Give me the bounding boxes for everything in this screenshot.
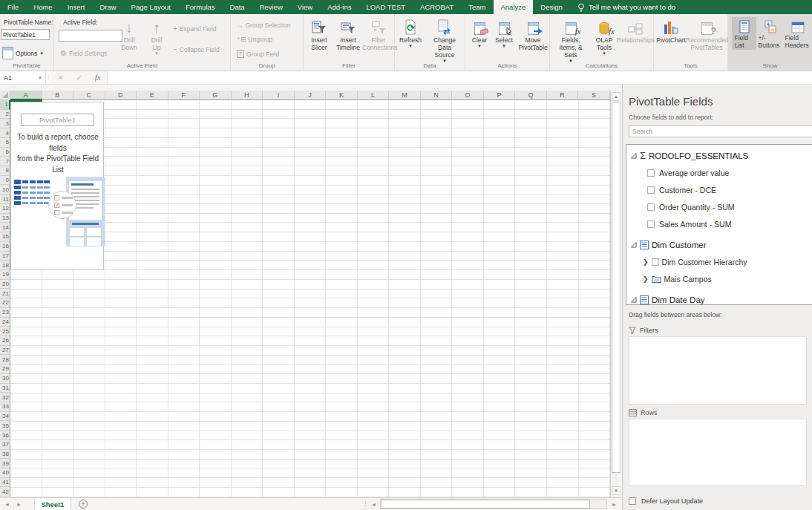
expand-chevron-icon[interactable]: ❯ [643, 275, 649, 283]
row-header-14[interactable]: 14 [0, 223, 10, 232]
scroll-up-icon[interactable]: ▲ [612, 92, 621, 101]
row-header-22[interactable]: 22 [0, 298, 10, 308]
formula-input[interactable] [108, 71, 812, 84]
row-header-9[interactable]: 9 [0, 176, 10, 186]
sheet-nav-left-icon[interactable]: ◄ [4, 498, 10, 510]
group-selection-button[interactable]: → Group Selection [237, 22, 290, 29]
row-header-1[interactable]: 1 [0, 100, 10, 110]
relationships-button[interactable]: Relationships [618, 19, 652, 44]
filter-connections-button[interactable]: Filter Connections [363, 19, 394, 51]
field-checkbox[interactable] [647, 169, 655, 177]
row-header-24[interactable]: 24 [0, 318, 10, 327]
menu-tab-home[interactable]: Home [26, 0, 59, 14]
row-header-40[interactable]: 40 [0, 468, 10, 478]
select-all-corner[interactable] [0, 91, 10, 100]
field-tree-item-dim-customer[interactable]: Dim Customer [626, 236, 812, 253]
row-header-37[interactable]: 37 [0, 440, 10, 450]
insert-function-icon[interactable]: fx [95, 73, 101, 82]
column-header-i[interactable]: I [263, 91, 295, 100]
select-button[interactable]: Select ▼ [493, 19, 515, 48]
row-header-30[interactable]: 30 [0, 374, 10, 384]
row-header-12[interactable]: 12 [0, 204, 10, 214]
column-header-h[interactable]: H [232, 91, 263, 100]
clear-button[interactable]: Clear ▼ [468, 19, 491, 48]
field-tree-item-mais-campos[interactable]: ❯Mais Campos [626, 270, 812, 287]
column-header-q[interactable]: Q [515, 91, 547, 100]
insert-slicer-button[interactable]: Insert Slicer [307, 19, 332, 51]
field-tree-item-rodolfo-essentials[interactable]: ΣRODOLFO_ESSENTIALS [626, 147, 812, 164]
row-header-11[interactable]: 11 [0, 194, 10, 204]
menu-tab-insert[interactable]: Insert [60, 0, 93, 14]
field-checkbox[interactable] [647, 203, 655, 211]
column-header-a[interactable]: A [10, 91, 42, 100]
vertical-scrollbar[interactable]: ▲ ▼ [610, 91, 621, 497]
row-header-15[interactable]: 15 [0, 232, 10, 242]
row-header-16[interactable]: 16 [0, 242, 10, 252]
defer-layout-checkbox[interactable] [629, 497, 636, 505]
field-checkbox[interactable] [652, 258, 659, 266]
field-tree-item-dim-date-day[interactable]: Dim Date Day [626, 291, 812, 305]
row-header-36[interactable]: 36 [0, 431, 10, 440]
field-tree-item-customer-dce[interactable]: Customer - DCE [626, 181, 812, 198]
row-header-28[interactable]: 28 [0, 355, 10, 364]
field-tree-item-sales-amount-sum[interactable]: Sales Amount - SUM [626, 215, 812, 232]
row-header-6[interactable]: 6 [0, 148, 10, 157]
fields-items-sets-button[interactable]: fx Fields, Items, & Sets ▼ [553, 19, 589, 63]
recommended-pivottables-button[interactable]: ? Recommended PivotTables [687, 19, 727, 51]
row-header-25[interactable]: 25 [0, 327, 10, 336]
row-header-29[interactable]: 29 [0, 364, 10, 374]
row-header-19[interactable]: 19 [0, 270, 10, 280]
column-header-s[interactable]: S [578, 91, 610, 100]
field-checkbox[interactable] [647, 220, 655, 228]
menu-tab-team[interactable]: Team [461, 0, 493, 14]
tell-me-box[interactable]: Tell me what you want to do [570, 0, 675, 14]
row-header-26[interactable]: 26 [0, 336, 10, 346]
horizontal-scrollbar[interactable] [380, 499, 607, 509]
expand-chevron-icon[interactable]: ❯ [643, 258, 649, 266]
column-header-r[interactable]: R [547, 91, 579, 100]
row-header-38[interactable]: 38 [0, 450, 10, 460]
row-header-41[interactable]: 41 [0, 478, 10, 488]
menu-tab-analyze[interactable]: Analyze [494, 0, 534, 14]
row-header-8[interactable]: 8 [0, 166, 10, 176]
menu-tab-data[interactable]: Data [223, 0, 252, 14]
menu-tab-acrobat[interactable]: ACROBAT [413, 0, 461, 14]
column-header-f[interactable]: F [168, 91, 200, 100]
column-header-g[interactable]: G [200, 91, 232, 100]
field-tree-item-order-quantity-sum[interactable]: Order Quantity - SUM [626, 198, 812, 215]
add-sheet-icon[interactable]: + [79, 500, 88, 509]
column-header-e[interactable]: E [137, 91, 168, 100]
row-header-17[interactable]: 17 [0, 252, 10, 261]
column-header-d[interactable]: D [105, 91, 137, 100]
row-header-21[interactable]: 21 [0, 289, 10, 298]
column-header-n[interactable]: N [421, 91, 453, 100]
drill-up-button[interactable]: ↑ Drill Up ▼ [145, 19, 168, 56]
change-data-source-button[interactable]: ⇄ Change Data Source ▼ [426, 19, 463, 63]
vertical-scroll-thumb[interactable] [612, 102, 621, 473]
drill-down-button[interactable]: ↓ Drill Down [117, 19, 141, 51]
collapse-field-button[interactable]: − Collapse Field [173, 45, 220, 53]
ungroup-button[interactable]: ⁺⊞ Ungroup [237, 36, 272, 43]
row-header-5[interactable]: 5 [0, 138, 10, 148]
hscroll-right-icon[interactable]: ► [612, 498, 617, 510]
row-header-34[interactable]: 34 [0, 412, 10, 422]
hscroll-left-icon[interactable]: ◄ [371, 498, 376, 510]
plus-minus-buttons-button[interactable]: +− +/- Buttons [758, 17, 782, 50]
group-field-button[interactable]: 7 Group Field [237, 50, 279, 58]
cancel-icon[interactable]: ✕ [58, 73, 64, 82]
menu-tab-view[interactable]: View [290, 0, 320, 14]
column-header-o[interactable]: O [452, 91, 484, 100]
row-header-35[interactable]: 35 [0, 421, 10, 431]
menu-tab-page-layout[interactable]: Page Layout [124, 0, 178, 14]
column-header-k[interactable]: K [326, 91, 358, 100]
row-header-42[interactable]: 42 [0, 487, 10, 497]
sheet-nav-right-icon[interactable]: ► [16, 498, 22, 510]
insert-timeline-button[interactable]: Insert Timeline [333, 19, 363, 51]
olap-tools-button[interactable]: fx OLAP Tools ▼ [592, 19, 617, 56]
menu-tab-review[interactable]: Review [252, 0, 290, 14]
row-header-20[interactable]: 20 [0, 280, 10, 290]
menu-tab-file[interactable]: File [0, 0, 26, 14]
menu-tab-draw[interactable]: Draw [92, 0, 123, 14]
rows-area-dropzone[interactable] [629, 419, 807, 486]
field-tree-item-dim-customer-hierarchy[interactable]: ❯Dim Customer Hierarchy [626, 253, 812, 270]
